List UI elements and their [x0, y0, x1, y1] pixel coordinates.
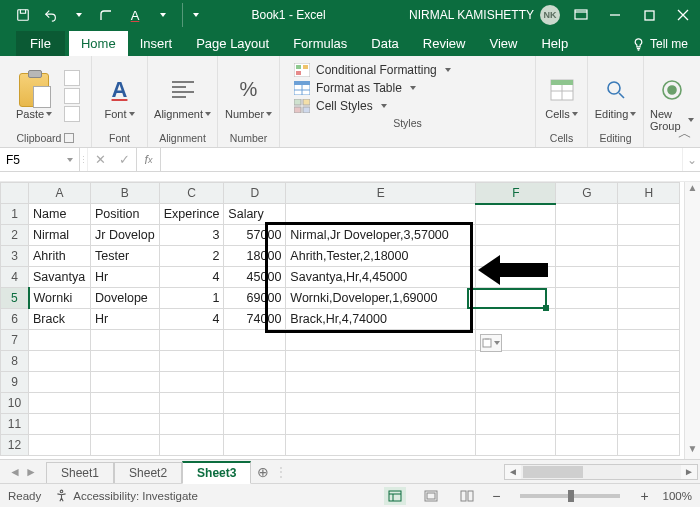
font-color-icon[interactable]: A	[122, 3, 148, 27]
cell-C9[interactable]	[159, 372, 224, 393]
cell-A5[interactable]: Wornki	[29, 288, 91, 309]
cell-E5[interactable]: Wornki,Doveloper,1,69000	[286, 288, 476, 309]
cell-G2[interactable]	[556, 225, 618, 246]
sheet-tab-3[interactable]: Sheet3	[182, 461, 251, 484]
cell-B9[interactable]	[91, 372, 160, 393]
cell-E3[interactable]: Ahrith,Tester,2,18000	[286, 246, 476, 267]
row-header-8[interactable]: 8	[1, 351, 29, 372]
cell-E4[interactable]: Savantya,Hr,4,45000	[286, 267, 476, 288]
cell-A2[interactable]: Nirmal	[29, 225, 91, 246]
tab-file[interactable]: File	[16, 31, 65, 56]
cell-D4[interactable]: 45000	[224, 267, 286, 288]
tab-page-layout[interactable]: Page Layout	[184, 31, 281, 56]
copy-button[interactable]	[64, 88, 80, 104]
cell-A11[interactable]	[29, 414, 91, 435]
cell-G8[interactable]	[556, 351, 618, 372]
ribbon-options-button[interactable]	[564, 0, 598, 30]
sheet-tab-1[interactable]: Sheet1	[46, 462, 114, 483]
formula-input[interactable]	[161, 148, 682, 171]
cell-H7[interactable]	[618, 330, 680, 351]
cell-D9[interactable]	[224, 372, 286, 393]
cell-C8[interactable]	[159, 351, 224, 372]
cell-C6[interactable]: 4	[159, 309, 224, 330]
name-box[interactable]: F5	[0, 148, 80, 171]
cell-G1[interactable]	[556, 204, 618, 225]
col-header-C[interactable]: C	[159, 183, 224, 204]
cell-F8[interactable]	[476, 351, 556, 372]
cell-C4[interactable]: 4	[159, 267, 224, 288]
close-button[interactable]	[666, 0, 700, 30]
collapse-ribbon-button[interactable]: ︿	[678, 125, 692, 143]
page-layout-view-button[interactable]	[420, 487, 442, 505]
cell-H8[interactable]	[618, 351, 680, 372]
cell-H4[interactable]	[618, 267, 680, 288]
fx-icon[interactable]: fx	[137, 148, 161, 171]
cell-C2[interactable]: 3	[159, 225, 224, 246]
cell-E11[interactable]	[286, 414, 476, 435]
cell-G7[interactable]	[556, 330, 618, 351]
cell-F2[interactable]	[476, 225, 556, 246]
editing-button[interactable]: Editing	[594, 72, 637, 120]
cell-E6[interactable]: Brack,Hr,4,74000	[286, 309, 476, 330]
cell-H3[interactable]	[618, 246, 680, 267]
col-header-G[interactable]: G	[556, 183, 618, 204]
row-header-12[interactable]: 12	[1, 435, 29, 456]
cell-G11[interactable]	[556, 414, 618, 435]
cell-H1[interactable]	[618, 204, 680, 225]
cell-A9[interactable]	[29, 372, 91, 393]
cell-D8[interactable]	[224, 351, 286, 372]
cell-D12[interactable]	[224, 435, 286, 456]
row-header-9[interactable]: 9	[1, 372, 29, 393]
undo-button[interactable]	[38, 3, 64, 27]
conditional-formatting-button[interactable]: Conditional Formatting	[294, 63, 451, 77]
expand-formula-bar[interactable]: ⌄	[682, 148, 700, 171]
cell-F1[interactable]	[476, 204, 556, 225]
cell-H6[interactable]	[618, 309, 680, 330]
cell-G10[interactable]	[556, 393, 618, 414]
cell-E10[interactable]	[286, 393, 476, 414]
sheet-nav-prev[interactable]: ◄	[8, 465, 22, 479]
cell-D11[interactable]	[224, 414, 286, 435]
alignment-button[interactable]: Alignment	[160, 72, 206, 120]
cell-B3[interactable]: Tester	[91, 246, 160, 267]
cell-G3[interactable]	[556, 246, 618, 267]
zoom-out-button[interactable]: −	[492, 488, 500, 504]
maximize-button[interactable]	[632, 0, 666, 30]
cell-F9[interactable]	[476, 372, 556, 393]
select-all-corner[interactable]	[1, 183, 29, 204]
page-break-view-button[interactable]	[456, 487, 478, 505]
cell-B8[interactable]	[91, 351, 160, 372]
tab-view[interactable]: View	[477, 31, 529, 56]
cell-B7[interactable]	[91, 330, 160, 351]
tab-help[interactable]: Help	[529, 31, 580, 56]
horizontal-scrollbar[interactable]: ◄►	[504, 464, 698, 480]
row-header-4[interactable]: 4	[1, 267, 29, 288]
tab-formulas[interactable]: Formulas	[281, 31, 359, 56]
cell-A8[interactable]	[29, 351, 91, 372]
col-header-F[interactable]: F	[476, 183, 556, 204]
cell-D3[interactable]: 18000	[224, 246, 286, 267]
cell-E1[interactable]	[286, 204, 476, 225]
cell-C1[interactable]: Experince	[159, 204, 224, 225]
cell-A10[interactable]	[29, 393, 91, 414]
cell-C10[interactable]	[159, 393, 224, 414]
accessibility-status[interactable]: Accessibility: Investigate	[55, 489, 198, 502]
cell-C5[interactable]: 1	[159, 288, 224, 309]
cell-E12[interactable]	[286, 435, 476, 456]
cell-H10[interactable]	[618, 393, 680, 414]
cell-A6[interactable]: Brack	[29, 309, 91, 330]
cell-D1[interactable]: Salary	[224, 204, 286, 225]
number-button[interactable]: % Number	[226, 72, 272, 120]
enter-formula-button[interactable]: ✓	[112, 152, 136, 167]
cell-B4[interactable]: Hr	[91, 267, 160, 288]
cell-A4[interactable]: Savantya	[29, 267, 91, 288]
paste-button[interactable]: Paste	[11, 72, 57, 120]
add-sheet-button[interactable]: ⊕	[251, 464, 275, 480]
normal-view-button[interactable]	[384, 487, 406, 505]
undo-dropdown[interactable]	[66, 3, 92, 27]
minimize-button[interactable]	[598, 0, 632, 30]
cell-A7[interactable]	[29, 330, 91, 351]
cell-A1[interactable]: Name	[29, 204, 91, 225]
font-button[interactable]: A Font	[98, 72, 141, 120]
tab-home[interactable]: Home	[69, 31, 128, 56]
